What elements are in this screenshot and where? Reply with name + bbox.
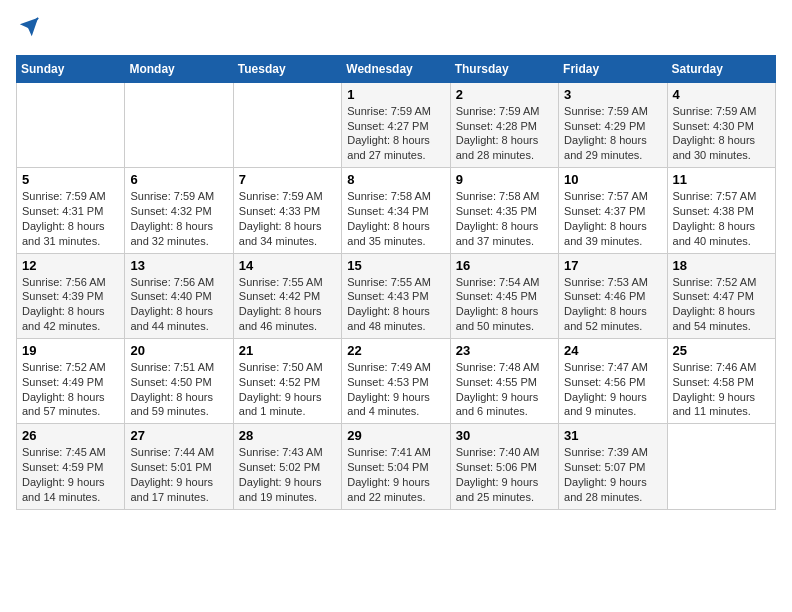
cell-content: Sunset: 4:56 PM [564,375,661,390]
cell-content: Sunset: 4:52 PM [239,375,336,390]
cell-content: Daylight: 8 hours and 35 minutes. [347,219,444,249]
cell-content: Sunrise: 7:52 AM [673,275,770,290]
cell-content: Sunrise: 7:53 AM [564,275,661,290]
weekday-header-tuesday: Tuesday [233,55,341,82]
cell-content: Sunrise: 7:59 AM [130,189,227,204]
cell-content: Sunset: 4:49 PM [22,375,119,390]
calendar-cell: 10Sunrise: 7:57 AMSunset: 4:37 PMDayligh… [559,168,667,253]
cell-content: Sunrise: 7:49 AM [347,360,444,375]
cell-content: Sunset: 5:02 PM [239,460,336,475]
calendar-cell: 24Sunrise: 7:47 AMSunset: 4:56 PMDayligh… [559,338,667,423]
cell-content: Daylight: 8 hours and 39 minutes. [564,219,661,249]
cell-content: Sunrise: 7:54 AM [456,275,553,290]
cell-content: Sunset: 4:28 PM [456,119,553,134]
cell-content: Sunrise: 7:45 AM [22,445,119,460]
cell-content: Daylight: 8 hours and 50 minutes. [456,304,553,334]
calendar-cell: 9Sunrise: 7:58 AMSunset: 4:35 PMDaylight… [450,168,558,253]
cell-content: Daylight: 8 hours and 30 minutes. [673,133,770,163]
cell-content: Sunset: 4:42 PM [239,289,336,304]
day-number: 6 [130,172,227,187]
calendar-cell: 14Sunrise: 7:55 AMSunset: 4:42 PMDayligh… [233,253,341,338]
cell-content: Sunset: 4:31 PM [22,204,119,219]
calendar-cell: 31Sunrise: 7:39 AMSunset: 5:07 PMDayligh… [559,424,667,509]
calendar-cell: 15Sunrise: 7:55 AMSunset: 4:43 PMDayligh… [342,253,450,338]
cell-content: Sunset: 5:07 PM [564,460,661,475]
cell-content: Sunset: 4:29 PM [564,119,661,134]
cell-content: Sunset: 4:59 PM [22,460,119,475]
cell-content: Daylight: 8 hours and 31 minutes. [22,219,119,249]
calendar-week-row: 1Sunrise: 7:59 AMSunset: 4:27 PMDaylight… [17,82,776,167]
day-number: 10 [564,172,661,187]
cell-content: Daylight: 9 hours and 25 minutes. [456,475,553,505]
cell-content: Sunset: 4:53 PM [347,375,444,390]
cell-content: Sunrise: 7:41 AM [347,445,444,460]
logo-bird-icon [18,16,40,38]
cell-content: Sunrise: 7:48 AM [456,360,553,375]
cell-content: Sunrise: 7:40 AM [456,445,553,460]
day-number: 14 [239,258,336,273]
cell-content: Daylight: 9 hours and 22 minutes. [347,475,444,505]
cell-content: Sunset: 4:32 PM [130,204,227,219]
calendar-week-row: 5Sunrise: 7:59 AMSunset: 4:31 PMDaylight… [17,168,776,253]
calendar-cell: 29Sunrise: 7:41 AMSunset: 5:04 PMDayligh… [342,424,450,509]
day-number: 20 [130,343,227,358]
cell-content: Sunset: 4:45 PM [456,289,553,304]
weekday-header-monday: Monday [125,55,233,82]
cell-content: Sunrise: 7:39 AM [564,445,661,460]
calendar-week-row: 26Sunrise: 7:45 AMSunset: 4:59 PMDayligh… [17,424,776,509]
day-number: 5 [22,172,119,187]
calendar-cell: 2Sunrise: 7:59 AMSunset: 4:28 PMDaylight… [450,82,558,167]
day-number: 21 [239,343,336,358]
calendar-cell: 8Sunrise: 7:58 AMSunset: 4:34 PMDaylight… [342,168,450,253]
calendar-cell: 30Sunrise: 7:40 AMSunset: 5:06 PMDayligh… [450,424,558,509]
weekday-header-sunday: Sunday [17,55,125,82]
calendar-cell: 6Sunrise: 7:59 AMSunset: 4:32 PMDaylight… [125,168,233,253]
day-number: 31 [564,428,661,443]
page-header [16,16,776,43]
cell-content: Daylight: 8 hours and 52 minutes. [564,304,661,334]
day-number: 26 [22,428,119,443]
logo [16,16,40,43]
cell-content: Sunrise: 7:59 AM [456,104,553,119]
cell-content: Sunrise: 7:43 AM [239,445,336,460]
weekday-header-friday: Friday [559,55,667,82]
calendar-cell: 7Sunrise: 7:59 AMSunset: 4:33 PMDaylight… [233,168,341,253]
calendar-cell: 25Sunrise: 7:46 AMSunset: 4:58 PMDayligh… [667,338,775,423]
day-number: 3 [564,87,661,102]
cell-content: Daylight: 9 hours and 11 minutes. [673,390,770,420]
cell-content: Sunset: 4:55 PM [456,375,553,390]
calendar-cell [17,82,125,167]
cell-content: Daylight: 9 hours and 9 minutes. [564,390,661,420]
cell-content: Sunset: 4:40 PM [130,289,227,304]
weekday-header-saturday: Saturday [667,55,775,82]
calendar-cell: 26Sunrise: 7:45 AMSunset: 4:59 PMDayligh… [17,424,125,509]
day-number: 29 [347,428,444,443]
cell-content: Sunrise: 7:47 AM [564,360,661,375]
calendar-cell: 12Sunrise: 7:56 AMSunset: 4:39 PMDayligh… [17,253,125,338]
day-number: 13 [130,258,227,273]
day-number: 4 [673,87,770,102]
calendar-week-row: 19Sunrise: 7:52 AMSunset: 4:49 PMDayligh… [17,338,776,423]
cell-content: Daylight: 8 hours and 44 minutes. [130,304,227,334]
cell-content: Sunset: 4:38 PM [673,204,770,219]
calendar-cell [233,82,341,167]
cell-content: Sunrise: 7:51 AM [130,360,227,375]
calendar-cell: 4Sunrise: 7:59 AMSunset: 4:30 PMDaylight… [667,82,775,167]
cell-content: Sunrise: 7:52 AM [22,360,119,375]
calendar-table: SundayMondayTuesdayWednesdayThursdayFrid… [16,55,776,510]
day-number: 7 [239,172,336,187]
weekday-header-thursday: Thursday [450,55,558,82]
calendar-cell: 28Sunrise: 7:43 AMSunset: 5:02 PMDayligh… [233,424,341,509]
weekday-header-wednesday: Wednesday [342,55,450,82]
day-number: 25 [673,343,770,358]
day-number: 22 [347,343,444,358]
calendar-cell [667,424,775,509]
day-number: 24 [564,343,661,358]
day-number: 9 [456,172,553,187]
cell-content: Sunrise: 7:59 AM [347,104,444,119]
day-number: 17 [564,258,661,273]
calendar-cell: 11Sunrise: 7:57 AMSunset: 4:38 PMDayligh… [667,168,775,253]
calendar-cell: 16Sunrise: 7:54 AMSunset: 4:45 PMDayligh… [450,253,558,338]
day-number: 19 [22,343,119,358]
cell-content: Sunrise: 7:56 AM [22,275,119,290]
